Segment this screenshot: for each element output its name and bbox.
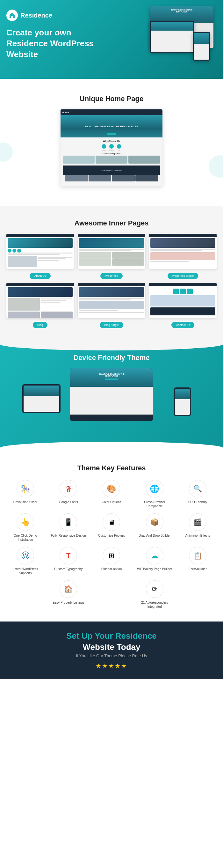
- drag-drop-icon: 📦: [146, 514, 163, 531]
- hp-dot2: [65, 112, 67, 113]
- hp-hero-text: BEAUTIFUL SPACES IN THE BEST PLACES: [85, 125, 138, 128]
- feature-google-fonts: 𝕱 Google Fonts: [50, 480, 87, 508]
- contact-btn[interactable]: Contact Us: [171, 322, 195, 328]
- feature-animation: 🎬 Animation Effects: [179, 514, 217, 542]
- footer-stars: ★★★★★: [6, 662, 217, 670]
- device-desktop-stand: [105, 414, 118, 418]
- inner-page-blog-single: Blog Single: [78, 283, 145, 328]
- footer-subtitle: If You Like Our Theme Please Rate Us: [6, 653, 217, 658]
- props-content: [78, 237, 145, 269]
- device-desktop-base: [99, 418, 124, 419]
- feature-wordpress: Ⓦ Latest WordPress Supports: [6, 547, 44, 575]
- sidebar-icon: ⊞: [103, 547, 120, 564]
- animation-icon: 🎬: [189, 514, 206, 531]
- hp-icon1: Feature: [102, 144, 106, 151]
- wave-top: [0, 341, 223, 350]
- feature-color-options: 🎨 Color Options: [92, 480, 130, 508]
- props-hero: [79, 238, 144, 248]
- about-btn[interactable]: About Us: [30, 273, 50, 279]
- ps-line2: [150, 250, 202, 251]
- feature-property-listings: 🏠 Easy Property Listings: [50, 580, 87, 609]
- device-desktop-screen: BEAUTIFUL SPACES IN THEBEST PLACES: [70, 368, 153, 414]
- props-single-nav: [149, 234, 217, 237]
- form-builder-label: Form-builder: [179, 567, 217, 571]
- autoresponders-label: 21 Autoresponders Integrated: [136, 600, 173, 609]
- customize-footers-icon: 🖥: [103, 514, 120, 531]
- features-title: Theme Key Features: [6, 464, 217, 472]
- hp-card1: [63, 156, 95, 163]
- blog-nav: [6, 283, 74, 286]
- hp-city1: [65, 175, 88, 181]
- device-tablet: [22, 384, 61, 413]
- feature-wpbakery: ☁ WP Bakery Page Builder: [136, 547, 173, 575]
- properties-btn[interactable]: Properties: [100, 273, 122, 279]
- hp-icon2: Feature: [109, 144, 114, 151]
- feature-one-click-demo: 👆 One-Click Demo Installation: [6, 514, 44, 542]
- blog-content: [6, 286, 74, 318]
- property-listings-label: Easy Property Listings: [50, 600, 87, 604]
- revolution-slider-label: Revolution Slider: [6, 500, 44, 504]
- form-builder-icon: 📋: [189, 547, 206, 564]
- hp-cards: [63, 156, 160, 163]
- inner-pages-grid: About Us: [6, 234, 217, 328]
- cross-browser-icon: 🌐: [146, 480, 163, 497]
- hp-cities-text: Find Properties in These Cities: [101, 169, 122, 171]
- about-icons: [8, 249, 73, 253]
- feature-autoresponders: ⟳ 21 Autoresponders Integrated: [136, 580, 173, 609]
- customize-footers-label: Customize Footers: [92, 533, 130, 538]
- about-line1: [8, 253, 73, 253]
- props-single-preview: [149, 234, 217, 269]
- about-icon1: [8, 249, 11, 253]
- hero-section: Residence Create your own Residence Word…: [0, 0, 223, 79]
- device-desktop: BEAUTIFUL SPACES IN THEBEST PLACES: [70, 368, 153, 421]
- device-phone: [173, 388, 191, 416]
- props-single-btn[interactable]: Properties Single: [167, 273, 198, 279]
- about-line2: [8, 254, 60, 255]
- contact-map: [150, 295, 215, 306]
- blog-single-btn[interactable]: Blog Single: [100, 322, 123, 328]
- wordpress-label: Latest WordPress Supports: [6, 567, 44, 575]
- about-icon2: [12, 249, 16, 253]
- wpbakery-icon: ☁: [146, 547, 163, 564]
- device-mockups: BEAUTIFUL SPACES IN THEBEST PLACES: [6, 368, 217, 438]
- blog-btn[interactable]: Blog: [33, 322, 47, 328]
- inner-page-properties: Properties: [78, 234, 145, 279]
- inner-pages-section: Awesome Inner Pages: [0, 206, 223, 341]
- hp-why-choose: Why Choose Us: [63, 140, 160, 142]
- props-line2: [79, 250, 131, 251]
- inner-page-props-single: Properties Single: [149, 234, 217, 279]
- feature-custom-typography: T Custom Typography: [50, 547, 87, 575]
- tablet-mockup: [150, 21, 194, 53]
- feature-sidebar: ⊞ Sidebar option: [92, 547, 130, 575]
- device-friendly-section: Device Friendly Theme BEAUTIFUL SPACES I…: [0, 341, 223, 451]
- about-nav: [6, 234, 74, 237]
- hp-city-images: [63, 175, 160, 183]
- feature-cross-browser: 🌐 Cross-Browser Compatible: [136, 480, 173, 508]
- hero-tagline: Create your own Residence WordPress Webs…: [6, 27, 102, 60]
- inner-page-blog: Blog: [6, 283, 74, 328]
- bs-line3: [79, 310, 118, 311]
- phone-screen: [194, 33, 209, 60]
- hp-city4: [135, 175, 158, 181]
- ps-line3: [150, 261, 189, 262]
- circle-decoration-right: [209, 155, 223, 178]
- animation-label: Animation Effects: [179, 533, 217, 538]
- unique-homepage-title: Unique Home Page: [6, 95, 217, 103]
- features-section: Theme Key Features 🎠 Revolution Slider 𝕱…: [0, 451, 223, 621]
- footer-brand: Residence: [115, 631, 157, 641]
- features-grid: 🎠 Revolution Slider 𝕱 Google Fonts 🎨 Col…: [6, 480, 217, 609]
- wpbakery-label: WP Bakery Page Builder: [136, 567, 173, 571]
- hp-city2: [89, 175, 112, 181]
- hp-card2: [96, 156, 127, 163]
- svg-point-0: [11, 13, 13, 15]
- hp-featured: Featured Properties: [63, 153, 160, 163]
- responsive-label: Fully Responsive Design: [50, 533, 87, 538]
- about-preview: [6, 234, 74, 269]
- hp-nav: [61, 110, 162, 115]
- device-friendly-title: Device Friendly Theme: [6, 354, 217, 362]
- properties-preview: [78, 234, 145, 269]
- ps-line1: [150, 249, 215, 250]
- tablet-screen: [151, 22, 193, 52]
- props-single-content: [149, 237, 217, 269]
- about-content: [6, 237, 74, 269]
